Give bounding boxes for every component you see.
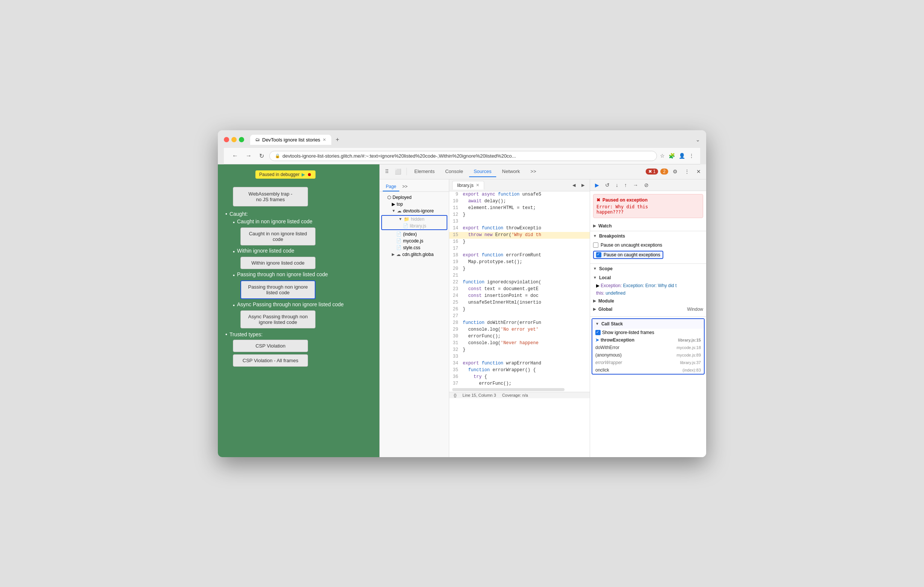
cs-frame-3[interactable]: errorWrapper library.js:37	[592, 359, 704, 366]
tab-sources[interactable]: Sources	[469, 166, 496, 177]
show-ignore-checkbox[interactable]	[595, 330, 601, 335]
file-tree-mycode[interactable]: 📄 mycode.js	[380, 238, 449, 244]
active-browser-tab[interactable]: 🗂 DevTools ignore list stories ✕	[250, 135, 331, 145]
watch-section-header[interactable]: ▶ Watch	[590, 221, 706, 231]
step-into-button[interactable]: ↓	[614, 181, 620, 189]
deactivate-breakpoints-button[interactable]: ⊘	[642, 181, 650, 189]
devtools-folder-label: devtools-ignore	[403, 208, 434, 214]
cs-frame-2[interactable]: (anonymous) mycode.js:89	[592, 351, 704, 359]
file-tree-style[interactable]: 📄 style.css	[380, 244, 449, 251]
module-label: Module	[598, 298, 614, 304]
within-ignore-button[interactable]: Within ignore listed code	[240, 257, 315, 269]
editor-nav-next[interactable]: ▶	[579, 181, 587, 189]
local-triangle: ▼	[593, 276, 597, 280]
tab-console[interactable]: Console	[441, 166, 468, 177]
maximize-window-button[interactable]	[239, 137, 244, 142]
user-icon[interactable]: 👤	[679, 153, 685, 159]
warning-count: 2	[663, 169, 666, 174]
cdn-folder-arrow: ▶	[392, 252, 395, 257]
tab-overflow-button[interactable]: ⌄	[696, 136, 700, 143]
step-out-button[interactable]: ↑	[622, 181, 629, 189]
menu-icon[interactable]: ⋮	[689, 153, 694, 159]
exception-title-text: Paused on exception	[602, 197, 648, 203]
address-bar: ← → ↻ 🔒 devtools-ignore-list-stories.gli…	[224, 148, 700, 164]
more-options-button[interactable]: ⋮	[682, 167, 692, 176]
editor-tabs: library.js ✕ ◀ ▶	[449, 179, 590, 191]
breakpoints-section: ▼ Breakpoints Pause on uncaught exceptio…	[590, 231, 706, 264]
code-line-highlighted: 15 throw new Error('Why did th	[449, 232, 590, 239]
csp-violation-button[interactable]: CSP Violation	[233, 340, 308, 352]
right-debugger-panel: ▶ ↺ ↓ ↑ → ⊘ ✖ Paused on exception Error:	[590, 179, 706, 457]
sub-bullet-4	[233, 302, 235, 308]
bookmark-icon[interactable]: ☆	[660, 153, 665, 159]
page-items: WebAssembly trap -no JS frames Caught: C…	[218, 164, 380, 377]
step-button[interactable]: →	[631, 181, 640, 189]
ft-tab-page[interactable]: Page	[383, 183, 399, 191]
file-tree-devtools-folder[interactable]: ▼ ☁ devtools-ignore	[380, 207, 449, 214]
cs-frame-1[interactable]: doWithError mycode.js:18	[592, 344, 704, 351]
index-file-icon: 📄	[396, 232, 401, 237]
back-button[interactable]: ←	[230, 151, 240, 160]
file-tree-library[interactable]: 📄 library.js	[382, 222, 447, 229]
sub-label-3: Passing through non ignore listed code	[237, 271, 328, 277]
editor-tab-library[interactable]: library.js ✕	[452, 181, 484, 189]
trusted-types-bullet	[225, 331, 227, 337]
forward-button[interactable]: →	[243, 151, 254, 160]
pause-caught-checkbox[interactable]	[596, 252, 601, 258]
scope-section-header[interactable]: ▼ Scope	[590, 264, 706, 274]
pause-uncaught-checkbox[interactable]	[593, 242, 598, 248]
index-file-label: (index)	[403, 232, 417, 237]
horizontal-scrollbar[interactable]	[452, 388, 564, 391]
mycode-file-icon: 📄	[396, 238, 401, 243]
address-bar-icons: ☆ 🧩 👤 ⋮	[660, 153, 694, 159]
device-toolbar-button[interactable]: ⬜	[393, 167, 403, 176]
sub-item-within-ignore: Within ignore listed code	[233, 248, 372, 255]
code-line: 11 element.innerHTML = text;	[449, 205, 590, 212]
csp-violation-all-frames-button[interactable]: CSP Violation - All frames	[233, 354, 308, 367]
extensions-icon[interactable]: 🧩	[668, 153, 675, 159]
async-passing-button[interactable]: Async Passing through non ignore listed …	[240, 311, 315, 329]
scope-global-header[interactable]: ▶ Global Window	[593, 305, 703, 313]
code-line: 31 console.log('Never happene	[449, 340, 590, 347]
file-tree-index[interactable]: 📄 (index)	[380, 231, 449, 238]
reload-button[interactable]: ↻	[257, 151, 266, 160]
scope-module-header[interactable]: ▶ Module	[593, 297, 703, 305]
file-tree-deployed[interactable]: ⬡ Deployed	[380, 194, 449, 201]
file-tree-hidden-folder[interactable]: ▼ 📁 hidden	[382, 216, 447, 222]
file-tree-cdn-folder[interactable]: ▶ ☁ cdn.glitch.globa	[380, 251, 449, 258]
code-line: 30 errorFunc();	[449, 333, 590, 340]
minimize-window-button[interactable]	[231, 137, 237, 142]
tab-elements[interactable]: Elements	[410, 166, 439, 177]
close-window-button[interactable]	[224, 137, 229, 142]
file-tree-top[interactable]: ▶ top	[380, 201, 449, 207]
cs-frame-4[interactable]: onclick (index):83	[592, 366, 704, 374]
call-stack-header[interactable]: ▼ Call Stack	[592, 319, 704, 329]
passing-through-button[interactable]: Passing through non ignore listed code	[240, 280, 315, 299]
breakpoints-section-header[interactable]: ▼ Breakpoints	[590, 231, 706, 241]
scope-this-row: this: undefined	[593, 289, 703, 297]
editor-tab-close[interactable]: ✕	[476, 183, 479, 187]
caught-non-ignore-button[interactable]: Caught in non ignore listed code	[240, 227, 315, 245]
scope-label: Scope	[599, 266, 613, 271]
resume-button[interactable]: ▶	[593, 181, 601, 189]
cs-frame-0[interactable]: ➤ throwException library.js:15	[592, 336, 704, 344]
new-tab-button[interactable]: +	[333, 135, 342, 145]
scope-local-header[interactable]: ▼ Local	[593, 274, 703, 282]
traffic-lights	[224, 137, 244, 142]
close-devtools-button[interactable]: ✕	[694, 167, 703, 176]
code-line: 29 console.log('No error yet'	[449, 327, 590, 333]
tab-network[interactable]: Network	[498, 166, 525, 177]
step-over-button[interactable]: ↺	[603, 181, 612, 189]
settings-button[interactable]: ⚙	[670, 167, 680, 176]
url-bar[interactable]: 🔒 devtools-ignore-list-stories.glitch.me…	[269, 151, 657, 161]
ft-tab-more[interactable]: >>	[399, 183, 411, 191]
tab-close-button[interactable]: ✕	[323, 137, 326, 142]
cs-frame-0-loc: library.js:15	[678, 338, 701, 342]
inspect-element-button[interactable]: ⠿	[383, 167, 391, 176]
tab-more[interactable]: >>	[526, 166, 541, 177]
cs-frame-1-loc: mycode.js:18	[676, 345, 701, 350]
cs-frame-0-arrow: ➤	[595, 337, 599, 343]
editor-nav-prev[interactable]: ◀	[570, 181, 578, 189]
sub-bullet-3	[233, 272, 235, 278]
scope-triangle: ▼	[593, 266, 597, 271]
